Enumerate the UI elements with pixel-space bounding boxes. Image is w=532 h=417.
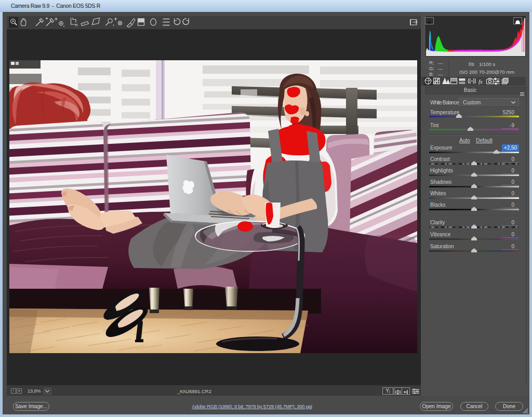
svg-text:fx: fx	[478, 78, 483, 85]
